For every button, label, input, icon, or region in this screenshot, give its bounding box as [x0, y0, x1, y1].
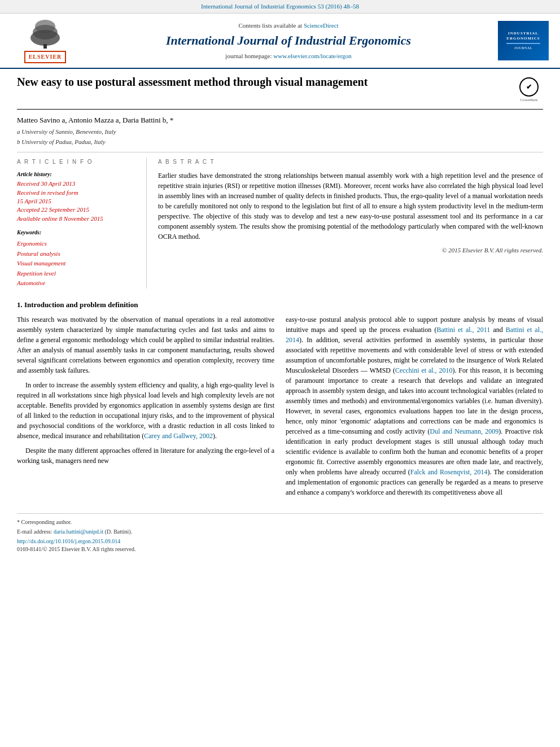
svg-rect-3	[43, 44, 47, 49]
elsevier-tree-icon	[25, 18, 65, 49]
journal-info-bar: International Journal of Industrial Ergo…	[0, 0, 560, 14]
doi-line[interactable]: http://dx.doi.org/10.1016/j.ergon.2015.0…	[17, 538, 543, 545]
main-content: 1. Introduction and problem definition T…	[17, 300, 543, 502]
falck-link[interactable]: Falck and Rosenqvist, 2014	[410, 468, 488, 476]
science-direct-link[interactable]: ScienceDirect	[304, 22, 339, 29]
section1-title: 1. Introduction and problem definition	[17, 300, 543, 310]
keywords-label: Keywords:	[17, 229, 138, 237]
crossmark-icon: ✔	[519, 77, 539, 97]
affiliation-b: b University of Padua, Padua, Italy	[17, 138, 543, 146]
article-title-section: New easy to use postural assessment meth…	[17, 75, 543, 110]
email-note: E-mail address: daria.battini@unipd.it (…	[17, 528, 543, 536]
article-history-label: Article history:	[17, 171, 138, 178]
journal-title-block: Contents lists available at ScienceDirec…	[85, 18, 492, 63]
article-info-heading: A R T I C L E I N F O	[17, 158, 138, 166]
crossmark-badge[interactable]: ✔ CrossMark	[515, 77, 543, 103]
journal-logo-image: INDUSTRIALERGONOMICS Journal	[498, 21, 549, 60]
crossmark-label: CrossMark	[520, 98, 537, 103]
affiliation-a: a University of Sannio, Benevento, Italy	[17, 128, 543, 136]
elsevier-wordmark: ELSEVIER	[24, 51, 67, 63]
article-info-column: A R T I C L E I N F O Article history: R…	[17, 158, 147, 289]
keyword-1: Ergonomics	[17, 239, 138, 249]
section1-p4: easy-to-use postural analysis protocol a…	[286, 314, 543, 497]
article-info-abstract: A R T I C L E I N F O Article history: R…	[17, 152, 543, 289]
abstract-heading: A B S T R A C T	[158, 158, 543, 166]
author-email-link[interactable]: daria.battini@unipd.it	[54, 528, 103, 535]
footer-section: * Corresponding author. E-mail address: …	[17, 513, 543, 553]
section1-col2: easy-to-use postural analysis protocol a…	[286, 314, 543, 502]
journal-cover-logo: INDUSTRIALERGONOMICS Journal	[498, 18, 549, 63]
carey-link[interactable]: Carey and Gallwey, 2002	[144, 432, 213, 440]
available-online: Available online 8 November 2015	[17, 215, 138, 223]
section1-p1: This research was motivated by the obser…	[17, 314, 274, 375]
cecchini-link[interactable]: Cecchini et al., 2010	[395, 366, 453, 374]
received-revised-label: Received in revised form	[17, 189, 138, 197]
dul-link[interactable]: Dul and Neumann, 2009	[430, 427, 499, 435]
section1-body: This research was motivated by the obser…	[17, 314, 543, 502]
journal-header: ELSEVIER Contents lists available at Sci…	[0, 14, 560, 69]
svg-point-2	[30, 30, 60, 46]
elsevier-logo-section: ELSEVIER	[24, 18, 67, 63]
revised-date: 15 April 2015	[17, 197, 138, 206]
corresponding-author-note: * Corresponding author.	[17, 518, 543, 526]
journal-citation: International Journal of Industrial Ergo…	[201, 3, 359, 10]
contents-available-line: Contents lists available at ScienceDirec…	[238, 21, 338, 30]
copyright-line: © 2015 Elsevier B.V. All rights reserved…	[158, 246, 543, 255]
authors-line: Matteo Savino a, Antonio Mazza a, Daria …	[17, 115, 543, 125]
keyword-4: Repetition level	[17, 269, 138, 279]
battini-2011-link[interactable]: Battini et al., 2011	[436, 326, 490, 334]
keyword-3: Visual management	[17, 259, 138, 269]
section1-p3: Despite the many different approaches of…	[17, 445, 274, 466]
battini-2014-link[interactable]: Battini et al., 2014	[286, 326, 543, 344]
footer-copyright: 0169-8141/© 2015 Elsevier B.V. All right…	[17, 545, 543, 553]
journal-homepage-line: journal homepage: www.elsevier.com/locat…	[225, 52, 351, 60]
section1-p2: In order to increase the assembly system…	[17, 380, 274, 441]
header-left-logo: ELSEVIER	[11, 18, 79, 63]
article-body: New easy to use postural assessment meth…	[0, 69, 560, 565]
journal-homepage-link[interactable]: www.elsevier.com/locate/ergon	[273, 53, 351, 59]
keyword-2: Postural analysis	[17, 249, 138, 259]
authors-text: Matteo Savino a, Antonio Mazza a, Daria …	[17, 116, 173, 124]
section1-col1: This research was motivated by the obser…	[17, 314, 274, 502]
received-date: Received 30 April 2013	[17, 180, 138, 188]
authors-section: Matteo Savino a, Antonio Mazza a, Daria …	[17, 115, 543, 146]
accepted-date: Accepted 22 September 2015	[17, 206, 138, 214]
abstract-text: Earlier studies have demonstrated the st…	[158, 171, 543, 242]
article-title: New easy to use postural assessment meth…	[17, 75, 509, 89]
keyword-5: Automotive	[17, 278, 138, 289]
abstract-column: A B S T R A C T Earlier studies have dem…	[158, 158, 543, 289]
journal-title: International Journal of Industrial Ergo…	[166, 32, 411, 50]
